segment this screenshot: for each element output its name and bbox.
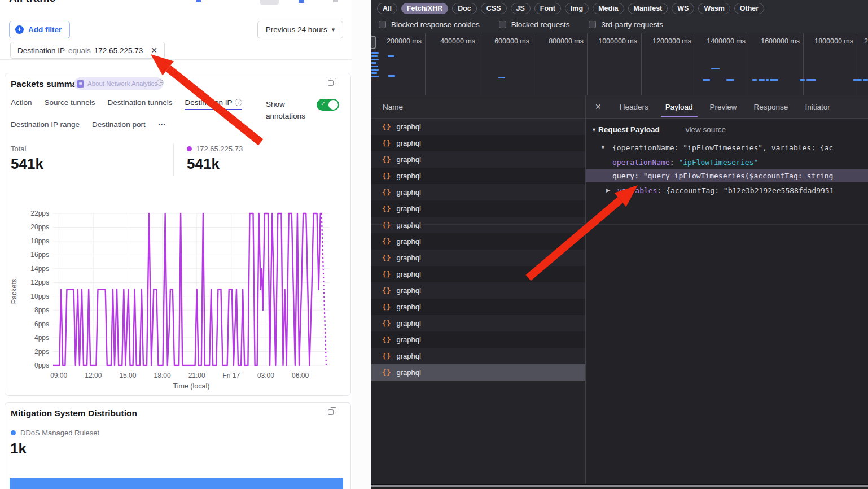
filter-pill-wasm[interactable]: Wasm: [698, 3, 730, 14]
timeline-tick-label: 800000 ms: [549, 37, 584, 45]
request-row[interactable]: {}graphql: [371, 200, 585, 217]
request-row[interactable]: {}graphql: [371, 151, 585, 168]
request-name: graphql: [396, 286, 420, 295]
history-icon[interactable]: ◷: [156, 77, 164, 87]
json-braces-icon: {}: [382, 303, 391, 311]
filter-pill-fetch-xhr[interactable]: Fetch/XHR: [401, 3, 448, 14]
packets-timeseries-chart[interactable]: 09:0012:0015:0018:0021:00Fri 1703:0006:0…: [5, 202, 352, 394]
filter-pill-media[interactable]: Media: [593, 3, 624, 14]
payload-token: :: [634, 172, 643, 180]
filter-pill-doc[interactable]: Doc: [452, 3, 477, 14]
copy-panel-icon[interactable]: [328, 409, 334, 415]
request-row[interactable]: {}graphql: [371, 184, 585, 200]
packets-tabs-row-1: ActionSource tunnelsDestination tunnelsD…: [11, 98, 242, 110]
more-tabs-button[interactable]: ⋯: [158, 120, 166, 132]
svg-text:4pps: 4pps: [34, 334, 49, 342]
close-icon[interactable]: ✕: [595, 102, 602, 111]
svg-text:12:00: 12:00: [85, 372, 102, 379]
tab-destination-port[interactable]: Destination port: [92, 120, 146, 132]
filter-pill-manifest[interactable]: Manifest: [628, 3, 668, 14]
request-name: graphql: [396, 352, 420, 360]
request-row[interactable]: {}graphql: [371, 331, 585, 348]
checkbox-blocked-response-cookies[interactable]: Blocked response cookies: [379, 20, 480, 29]
view-source-link[interactable]: view source: [686, 125, 726, 134]
json-braces-icon: {}: [382, 352, 391, 360]
add-filter-button[interactable]: + Add filter: [9, 21, 70, 38]
timeline-tick-label: 1400000 ms: [707, 37, 746, 45]
request-row[interactable]: {}graphql: [371, 135, 585, 151]
filter-pill-font[interactable]: Font: [534, 3, 561, 14]
clipped-toolbar-control: [196, 0, 201, 2]
name-column-header[interactable]: Name: [371, 95, 585, 119]
filter-pill-other[interactable]: Other: [734, 3, 764, 14]
timeline-tick-label: 2: [864, 37, 868, 45]
tab-destination-ip-range[interactable]: Destination IP range: [11, 120, 80, 132]
plus-icon: +: [15, 25, 24, 34]
request-row[interactable]: {}graphql: [371, 250, 585, 266]
badge-label: About Network Analytics: [87, 80, 157, 87]
detail-tab-preview[interactable]: Preview: [710, 103, 737, 111]
request-name: graphql: [396, 155, 420, 164]
detail-tab-response[interactable]: Response: [754, 103, 788, 111]
request-row[interactable]: {}graphql: [371, 168, 585, 184]
mitigation-bar[interactable]: [10, 478, 343, 489]
request-name: graphql: [396, 319, 420, 328]
remove-filter-icon[interactable]: ✕: [151, 46, 157, 55]
expanded-triangle-icon[interactable]: ▼: [600, 141, 606, 154]
toggle-knob: [328, 100, 338, 110]
payload-line[interactable]: ▼{operationName: "ipFlowTimeseries", var…: [586, 141, 868, 154]
network-overview-timeline[interactable]: 200000 ms400000 ms600000 ms800000 ms1000…: [371, 33, 868, 95]
name-header-label: Name: [383, 103, 403, 111]
request-activity-mark: [806, 79, 816, 81]
request-activity-mark: [711, 68, 720, 69]
checkbox-blocked-requests[interactable]: Blocked requests: [499, 20, 570, 29]
request-row[interactable]: {}graphql: [371, 364, 585, 381]
tab-action[interactable]: Action: [11, 98, 32, 110]
checkbox-box[interactable]: [499, 21, 506, 28]
filter-field: Destination IP: [17, 46, 65, 55]
request-activity-mark: [726, 79, 734, 81]
cloudflare-analytics-panel: All traffic + Add filter Previous 24 hou…: [0, 0, 352, 489]
detail-tab-headers[interactable]: Headers: [620, 103, 648, 111]
filter-pill-img[interactable]: Img: [565, 3, 589, 14]
request-activity-mark: [371, 66, 378, 67]
request-row[interactable]: {}graphql: [371, 348, 585, 364]
copy-panel-icon[interactable]: [328, 80, 334, 86]
detail-tab-initiator[interactable]: Initiator: [805, 103, 830, 111]
payload-line[interactable]: operationName: "ipFlowTimeseries": [586, 156, 868, 169]
request-row[interactable]: {}graphql: [371, 315, 585, 331]
request-name: graphql: [396, 221, 420, 229]
payload-line[interactable]: query: "query ipFlowTimeseries($accountT…: [586, 169, 868, 182]
request-row[interactable]: {}graphql: [371, 299, 585, 315]
filter-pill-ws[interactable]: WS: [672, 3, 694, 14]
collapsed-triangle-icon[interactable]: ▶: [606, 184, 610, 197]
checkbox-box[interactable]: [379, 21, 386, 28]
tab-destination-ip[interactable]: Destination IPi: [185, 98, 242, 110]
time-range-dropdown[interactable]: Previous 24 hours ▾: [257, 21, 343, 38]
payload-line[interactable]: ▶variables: {accountTag: "b12e3b2192ee55…: [586, 184, 868, 197]
payload-token: variables: [617, 186, 657, 195]
request-row[interactable]: {}graphql: [371, 119, 585, 135]
request-payload-section[interactable]: ▼ Request Payload view source: [591, 125, 726, 134]
request-name: graphql: [396, 204, 420, 213]
request-row[interactable]: {}graphql: [371, 217, 585, 233]
checkbox-box[interactable]: [589, 21, 596, 28]
filter-pill-css[interactable]: CSS: [481, 3, 507, 14]
timeline-scrubber-handle[interactable]: [371, 36, 376, 49]
about-network-analytics-badge[interactable]: ≣ About Network Analytics: [74, 77, 163, 90]
json-braces-icon: {}: [382, 369, 391, 377]
show-annotations-toggle[interactable]: ✓: [317, 99, 339, 111]
request-row[interactable]: {}graphql: [371, 266, 585, 282]
tab-destination-tunnels[interactable]: Destination tunnels: [108, 98, 173, 110]
filter-chip[interactable]: Destination IP equals 172.65.225.73 ✕: [10, 42, 165, 59]
filter-pill-js[interactable]: JS: [511, 3, 531, 14]
checkbox-3rd-party-requests[interactable]: 3rd-party requests: [589, 20, 663, 29]
payload-token: query: [612, 172, 634, 180]
legend-dot: [11, 430, 16, 435]
tab-source-tunnels[interactable]: Source tunnels: [45, 98, 95, 110]
request-row[interactable]: {}graphql: [371, 282, 585, 299]
detail-tab-payload[interactable]: Payload: [665, 103, 693, 111]
request-row[interactable]: {}graphql: [371, 233, 585, 250]
filter-pill-all[interactable]: All: [377, 3, 397, 14]
json-braces-icon: {}: [382, 287, 391, 295]
